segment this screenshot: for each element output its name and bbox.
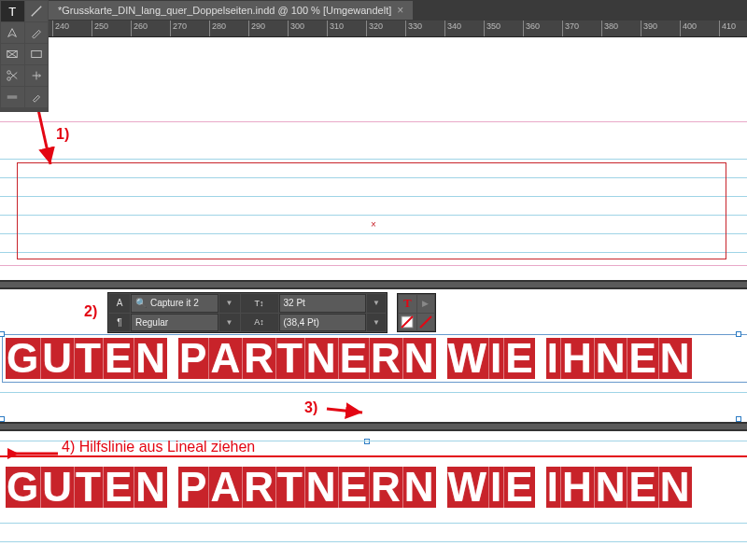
svg-point-3 — [7, 71, 11, 75]
scissors-tool[interactable] — [1, 65, 24, 86]
baseline-grid — [0, 541, 747, 542]
ruler-tick: 290 — [248, 21, 265, 36]
character-panel: A 🔍Capture it 2 ▼ T↕ 32 Pt ▼ ¶ Regular ▼… — [107, 292, 388, 333]
headline-text-frame[interactable]: GUTEN PARTNERN WIE IHNEN — [6, 467, 747, 508]
pen-tool[interactable] — [1, 22, 24, 43]
ruler-tick: 390 — [641, 21, 657, 36]
font-family-field[interactable]: 🔍Capture it 2 — [131, 294, 218, 313]
font-style-value: Regular — [135, 317, 168, 328]
horizontal-ruler[interactable]: 240 250 260 270 280 290 300 310 320 330 … — [49, 21, 747, 37]
headline-text-frame-selected[interactable]: GUTEN PARTNERN WIE IHNEN — [6, 338, 747, 379]
font-style-dropdown[interactable]: ▼ — [219, 314, 240, 332]
ruler-tick: 410 — [719, 21, 736, 36]
svg-rect-1 — [32, 51, 42, 58]
pencil-tool[interactable] — [25, 22, 49, 43]
text-fill-swatch[interactable]: T — [399, 295, 416, 313]
annotation-label-3: 3) — [304, 399, 317, 416]
ruler-tick: 300 — [288, 21, 304, 36]
svg-rect-4 — [7, 95, 18, 99]
tool-palette: T — [0, 0, 49, 112]
annotation-label-4: 4) Hilfslinie aus Lineal ziehen — [62, 439, 255, 455]
annotation-arrow-3 — [325, 401, 372, 420]
panel-divider — [0, 280, 747, 289]
font-size-value: 32 Pt — [284, 298, 305, 308]
ruler-tick: 280 — [209, 21, 226, 36]
transform-tool[interactable] — [25, 65, 49, 86]
font-size-field[interactable]: 32 Pt — [279, 294, 367, 313]
guide-line — [0, 121, 747, 122]
ruler-tick: 380 — [601, 21, 618, 36]
character-panel-icon: A — [109, 294, 130, 313]
font-size-stepper[interactable]: ▼ — [367, 294, 386, 313]
leading-stepper[interactable]: ▼ — [367, 314, 386, 332]
ruler-tick: 250 — [92, 21, 108, 36]
swatch-arrow-icon[interactable]: ▶ — [417, 295, 435, 313]
svg-point-2 — [7, 77, 11, 81]
annotation-arrow-4 — [7, 444, 62, 463]
apply-none-swatch[interactable] — [417, 314, 435, 331]
document-title: *Grusskarte_DIN_lang_quer_Doppelseiten.i… — [58, 5, 391, 16]
close-tab-icon[interactable]: × — [397, 4, 403, 17]
font-family-dropdown[interactable]: ▼ — [219, 294, 240, 313]
font-size-icon: T↕ — [241, 294, 278, 313]
svg-line-8 — [420, 316, 431, 328]
formatting-swatch-panel: T ▶ — [397, 293, 436, 332]
leading-icon: A↕ — [241, 314, 278, 332]
annotation-label-2: 2) — [84, 303, 97, 320]
eyedropper-tool[interactable] — [25, 87, 49, 107]
font-family-value: Capture it 2 — [150, 298, 199, 308]
ruler-tick: 310 — [327, 21, 344, 36]
ruler-tick: 270 — [170, 21, 187, 36]
baseline-grid — [0, 159, 747, 160]
empty-text-frame[interactable] — [17, 162, 726, 259]
ruler-tick: 330 — [405, 21, 422, 36]
ruler-tick: 320 — [366, 21, 383, 36]
document-canvas[interactable]: × — [0, 37, 747, 280]
panel-divider — [0, 422, 747, 431]
svg-line-9 — [327, 409, 362, 413]
frame-center-marker: × — [371, 219, 376, 230]
selection-frame — [2, 334, 747, 383]
ruler-guide-red[interactable] — [0, 455, 747, 457]
ruler-tick: 400 — [680, 21, 697, 36]
ruler-tick: 340 — [444, 21, 461, 36]
selection-handle[interactable] — [736, 331, 741, 337]
guide-line — [0, 265, 747, 266]
ruler-tick: 350 — [484, 21, 500, 36]
document-tab-bar: *Grusskarte_DIN_lang_quer_Doppelseiten.i… — [49, 0, 747, 21]
document-tab[interactable]: *Grusskarte_DIN_lang_quer_Doppelseiten.i… — [49, 1, 413, 20]
ruler-tick: 360 — [523, 21, 540, 36]
rectangle-frame-tool[interactable] — [1, 44, 24, 64]
baseline-grid — [0, 392, 747, 393]
type-tool[interactable]: T — [1, 1, 24, 21]
line-tool[interactable] — [25, 1, 49, 21]
rectangle-tool[interactable] — [25, 44, 49, 64]
leading-field[interactable]: (38,4 Pt) — [279, 314, 367, 332]
ruler-tick: 370 — [562, 21, 579, 36]
stroke-swatch[interactable] — [399, 314, 416, 331]
baseline-grid — [0, 523, 747, 524]
ruler-tick: 260 — [131, 21, 148, 36]
headline-words: GUTEN PARTNERN WIE IHNEN — [6, 467, 747, 508]
annotation-label-1: 1) — [56, 126, 69, 143]
font-style-field[interactable]: Regular — [131, 314, 218, 332]
leading-value: (38,4 Pt) — [284, 317, 319, 328]
selection-handle[interactable] — [0, 331, 5, 337]
gradient-tool[interactable] — [1, 87, 24, 107]
paragraph-icon: ¶ — [109, 314, 130, 332]
out-port-handle[interactable] — [364, 439, 370, 444]
